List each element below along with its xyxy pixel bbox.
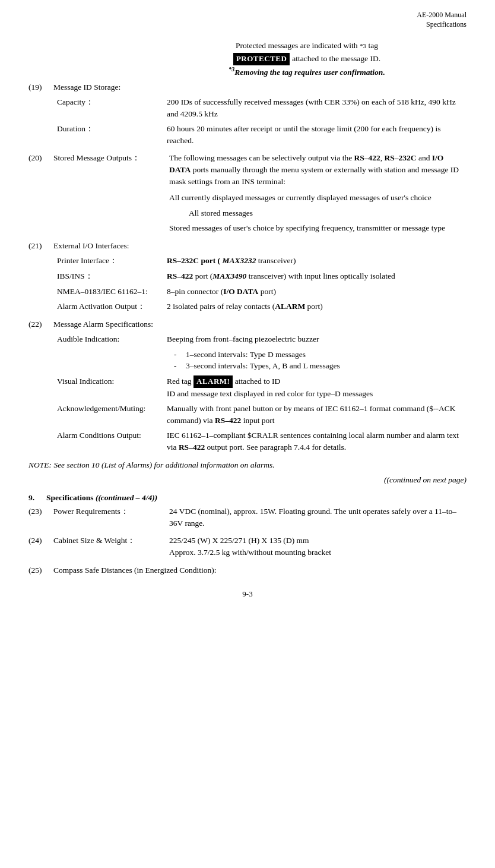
protected-note: *3Removing the tag requires user confirm… <box>147 65 467 78</box>
section-9-label-text: Specifications <box>46 493 94 502</box>
section-20-num: (20) <box>28 152 53 187</box>
section-9-num: 9. <box>28 492 46 504</box>
section-19-label: Message ID Storage: <box>53 81 120 93</box>
section-21: (21) External I/O Interfaces: Printer In… <box>28 240 467 313</box>
ibs-label: IBS/INS： <box>57 270 167 282</box>
note-text: NOTE: See section 10 (List of Alarms) fo… <box>28 460 275 469</box>
protected-line1: Protected messages are indicated with *3… <box>147 40 467 52</box>
alarm-badge: ALARM! <box>193 375 233 388</box>
audible-label: Audible Indication: <box>57 333 167 372</box>
nmea-row: NMEA–0183/IEC 61162–1: 8–pin connector (… <box>57 286 467 298</box>
audible-bullet-2: - 3–second intervals: Types, A, B and L … <box>174 360 467 372</box>
section-24-line2: Approx. 3.7/2.5 kg with/without mounting… <box>169 547 467 558</box>
section-25-row: (25) Compass Safe Distances (in Energize… <box>28 564 467 576</box>
alarm-cond-label: Alarm Conditions Output: <box>57 430 167 453</box>
section-9-label: Specifications ((continued – 4/4)) <box>46 492 157 504</box>
section-20-item2: All stored messages <box>189 207 467 219</box>
tag-word: tag <box>368 40 378 52</box>
section-19-duration: Duration： 60 hours 20 minutes after rece… <box>57 123 467 146</box>
audible-text: Beeping from front–facing piezoelectric … <box>167 333 467 345</box>
capacity-label: Capacity： <box>57 96 167 119</box>
audible-row: Audible Indication: Beeping from front–f… <box>57 333 467 372</box>
protected-intro-text: Protected messages are indicated with <box>236 40 357 52</box>
ack-content: Manually with front panel button or by m… <box>167 403 467 426</box>
printer-content: RS–232C port ( MAX3232 transceiver) <box>167 255 467 267</box>
section-25: (25) Compass Safe Distances (in Energize… <box>28 564 467 576</box>
printer-label: Printer Interface： <box>57 255 167 267</box>
section-22-note: NOTE: See section 10 (List of Alarms) fo… <box>28 459 467 471</box>
capacity-row: Capacity： 200 IDs of successfully receiv… <box>57 96 467 119</box>
section-23: (23) Power Requirements： 24 VDC (nominal… <box>28 506 467 529</box>
section-24-line1: 225/245 (W) X 225/271 (H) X 135 (D) mm <box>169 535 467 547</box>
visual-text-line2: ID and message text displayed in red col… <box>167 388 467 400</box>
section-19: (19) Message ID Storage: Capacity： 200 I… <box>28 81 467 147</box>
star3-tag: *3 <box>360 42 366 51</box>
continued-text: ((continued on next page) <box>28 474 467 486</box>
ibs-content-row: IBS/INS： RS–422 port (MAX3490 transceive… <box>57 270 467 282</box>
page-number: 9-3 <box>28 589 467 600</box>
section-21-label: External I/O Interfaces: <box>53 240 129 252</box>
nmea-label: NMEA–0183/IEC 61162–1: <box>57 286 167 298</box>
section-19-capacity: Capacity： 200 IDs of successfully receiv… <box>57 96 467 119</box>
alarm-activation-row: Alarm Activation Output： 2 isolated pair… <box>57 301 467 313</box>
alarm-activation-content-row: Alarm Activation Output： 2 isolated pair… <box>57 301 467 313</box>
section-20: (20) Stored Message Outputs： The followi… <box>28 152 467 233</box>
alarm-cond-row: Alarm Conditions Output: IEC 61162–1–com… <box>57 430 467 453</box>
nmea-content: 8–pin connector (I/O DATA port) <box>167 286 467 298</box>
section-19-header: (19) Message ID Storage: <box>28 81 467 93</box>
section-21-num: (21) <box>28 240 53 252</box>
section-24-content: 225/245 (W) X 225/271 (H) X 135 (D) mm A… <box>169 535 467 558</box>
section-22-num: (22) <box>28 318 53 330</box>
ack-label: Acknowledgement/Muting: <box>57 403 167 426</box>
audible-indication: Audible Indication: Beeping from front–f… <box>57 333 467 372</box>
printer-interface-row: Printer Interface： RS–232C port ( MAX323… <box>57 255 467 267</box>
ibs-row: IBS/INS： RS–422 port (MAX3490 transceive… <box>57 270 467 282</box>
section-24-label: Cabinet Size & Weight： <box>53 535 169 558</box>
section-22-label: Message Alarm Specifications: <box>53 318 153 330</box>
section-22: (22) Message Alarm Specifications: Audib… <box>28 318 467 486</box>
capacity-text: 200 IDs of successfully received message… <box>167 96 467 119</box>
protected-badge-suffix: attached to the message ID. <box>292 53 380 65</box>
visual-text-line1: Red tag ALARM! attached to ID <box>167 375 467 388</box>
section-22-header: (22) Message Alarm Specifications: <box>28 318 467 330</box>
header-line2: Specifications <box>28 20 467 30</box>
duration-row: Duration： 60 hours 20 minutes after rece… <box>57 123 467 146</box>
ibs-content: RS–422 port (MAX3490 transceiver) with i… <box>167 270 467 282</box>
protected-badge-line: PROTECTED attached to the message ID. <box>147 53 467 65</box>
section-19-num: (19) <box>28 81 53 93</box>
section-21-header: (21) External I/O Interfaces: <box>28 240 467 252</box>
ack-muting: Acknowledgement/Muting: Manually with fr… <box>57 403 467 426</box>
protected-intro-block: Protected messages are indicated with *3… <box>147 40 467 77</box>
section-20-label: Stored Message Outputs： <box>53 152 169 187</box>
section-24-num: (24) <box>28 535 53 558</box>
section-23-label: Power Requirements： <box>53 506 169 529</box>
section-20-header: (20) Stored Message Outputs： The followi… <box>28 152 467 187</box>
section-20-item1: All currently displayed messages or curr… <box>169 192 467 204</box>
section-23-text: 24 VDC (nominal), approx. 15W. Floating … <box>169 506 467 529</box>
visual-label: Visual Indication: <box>57 375 167 399</box>
section-25-label: Compass Safe Distances (in Energized Con… <box>53 564 217 576</box>
alarm-conditions: Alarm Conditions Output: IEC 61162–1–com… <box>57 430 467 453</box>
nmea-content-row: NMEA–0183/IEC 61162–1: 8–pin connector (… <box>57 286 467 298</box>
audible-bullets: - 1–second intervals: Type D messages - … <box>174 349 467 372</box>
section-23-row: (23) Power Requirements： 24 VDC (nominal… <box>28 506 467 529</box>
section-24: (24) Cabinet Size & Weight： 225/245 (W) … <box>28 535 467 558</box>
section-23-num: (23) <box>28 506 53 529</box>
printer-row: Printer Interface： RS–232C port ( MAX323… <box>57 255 467 267</box>
duration-text: 60 hours 20 minutes after receipt or unt… <box>167 123 467 146</box>
alarm-cond-content: IEC 61162–1–compliant $CRALR sentences c… <box>167 430 467 453</box>
visual-row: Visual Indication: Red tag ALARM! attach… <box>57 375 467 399</box>
visual-content: Red tag ALARM! attached to ID ID and mes… <box>167 375 467 399</box>
section-24-row: (24) Cabinet Size & Weight： 225/245 (W) … <box>28 535 467 558</box>
alarm-activation-label: Alarm Activation Output： <box>57 301 167 313</box>
section-25-num: (25) <box>28 564 53 576</box>
section-9-header: 9. Specifications ((continued – 4/4)) <box>28 492 467 504</box>
visual-indication: Visual Indication: Red tag ALARM! attach… <box>57 375 467 399</box>
ack-row: Acknowledgement/Muting: Manually with fr… <box>57 403 467 426</box>
duration-label: Duration： <box>57 123 167 146</box>
alarm-activation-content: 2 isolated pairs of relay contacts (ALAR… <box>167 301 467 313</box>
section-20-item3: Stored messages of user's choice by spec… <box>169 222 467 234</box>
header-line1: AE-2000 Manual <box>28 11 467 20</box>
audible-content: Beeping from front–facing piezoelectric … <box>167 333 467 372</box>
audible-bullet-1: - 1–second intervals: Type D messages <box>174 349 467 361</box>
